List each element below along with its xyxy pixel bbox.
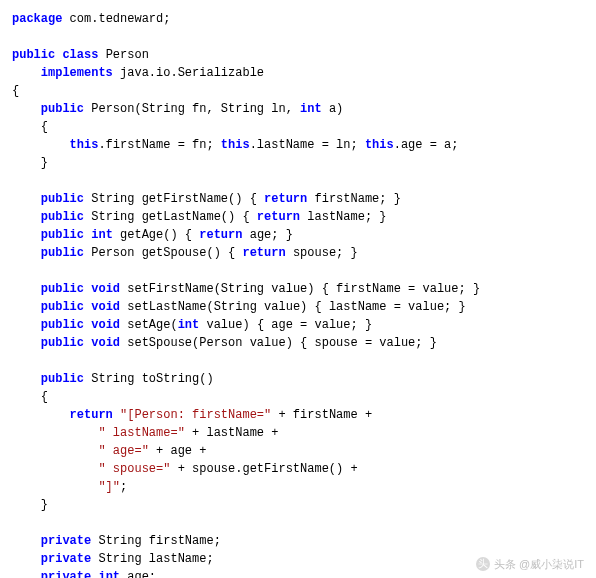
getter: firstName; } xyxy=(307,192,401,206)
keyword-implements: implements xyxy=(41,66,113,80)
setter: setSpouse(Person value) { spouse = value… xyxy=(120,336,437,350)
ctor-body: .lastName = ln; xyxy=(250,138,365,152)
keyword-int: int xyxy=(178,318,200,332)
brace: { xyxy=(41,390,48,404)
getter: getAge() { xyxy=(113,228,199,242)
watermark: 头 头条 @威小柒说IT xyxy=(476,556,584,573)
setter: setAge( xyxy=(120,318,178,332)
keyword-void: void xyxy=(91,318,120,332)
brace: { xyxy=(41,120,48,134)
keyword-this: this xyxy=(221,138,250,152)
keyword-public: public xyxy=(41,336,84,350)
getter: age; } xyxy=(242,228,292,242)
keyword-int: int xyxy=(98,570,120,578)
tostring-body: + spouse.getFirstName() + xyxy=(170,462,357,476)
tostring-body: + lastName + xyxy=(185,426,279,440)
field: age; xyxy=(120,570,156,578)
keyword-private: private xyxy=(41,534,91,548)
tostring-body: + age + xyxy=(149,444,207,458)
watermark-icon: 头 xyxy=(476,557,490,571)
keyword-public: public xyxy=(41,246,84,260)
ctor-body: .age = a; xyxy=(394,138,459,152)
keyword-public: public xyxy=(41,228,84,242)
setter: setLastName(String value) { lastName = v… xyxy=(120,300,466,314)
tostring-body: ; xyxy=(120,480,127,494)
keyword-public: public xyxy=(41,300,84,314)
code-block: package com.tedneward; public class Pers… xyxy=(12,10,584,578)
field: String lastName; xyxy=(91,552,213,566)
getter: Person getSpouse() { xyxy=(84,246,242,260)
tostring-body: + firstName + xyxy=(271,408,372,422)
keyword-return: return xyxy=(70,408,113,422)
string-literal: "]" xyxy=(98,480,120,494)
keyword-public: public xyxy=(41,210,84,224)
getter: spouse; } xyxy=(286,246,358,260)
keyword-this: this xyxy=(70,138,99,152)
ctor-sig: a) xyxy=(322,102,344,116)
string-literal: "[Person: firstName=" xyxy=(120,408,271,422)
keyword-public: public xyxy=(41,318,84,332)
keyword-return: return xyxy=(199,228,242,242)
implements-type: java.io.Serializable xyxy=(113,66,264,80)
keyword-return: return xyxy=(257,210,300,224)
string-literal: " age=" xyxy=(98,444,148,458)
getter: String getFirstName() { xyxy=(84,192,264,206)
brace: } xyxy=(41,498,48,512)
field: String firstName; xyxy=(91,534,221,548)
keyword-public: public xyxy=(12,48,55,62)
getter: lastName; } xyxy=(300,210,386,224)
string-literal: " spouse=" xyxy=(98,462,170,476)
setter: value) { age = value; } xyxy=(199,318,372,332)
keyword-class: class xyxy=(62,48,98,62)
tostring-sig: String toString() xyxy=(84,372,214,386)
brace: { xyxy=(12,84,19,98)
keyword-return: return xyxy=(242,246,285,260)
ctor-sig: Person(String fn, String ln, xyxy=(84,102,300,116)
package-name: com.tedneward; xyxy=(62,12,170,26)
keyword-package: package xyxy=(12,12,62,26)
keyword-void: void xyxy=(91,300,120,314)
class-name: Person xyxy=(98,48,148,62)
watermark-text: 头条 @威小柒说IT xyxy=(494,556,584,573)
keyword-private: private xyxy=(41,552,91,566)
getter: String getLastName() { xyxy=(84,210,257,224)
keyword-void: void xyxy=(91,336,120,350)
brace: } xyxy=(41,156,48,170)
ctor-body: .firstName = fn; xyxy=(98,138,220,152)
keyword-public: public xyxy=(41,102,84,116)
keyword-return: return xyxy=(264,192,307,206)
setter: setFirstName(String value) { firstName =… xyxy=(120,282,480,296)
keyword-private: private xyxy=(41,570,91,578)
keyword-void: void xyxy=(91,282,120,296)
keyword-int: int xyxy=(300,102,322,116)
keyword-this: this xyxy=(365,138,394,152)
keyword-public: public xyxy=(41,372,84,386)
keyword-public: public xyxy=(41,192,84,206)
keyword-int: int xyxy=(91,228,113,242)
string-literal: " lastName=" xyxy=(98,426,184,440)
keyword-public: public xyxy=(41,282,84,296)
